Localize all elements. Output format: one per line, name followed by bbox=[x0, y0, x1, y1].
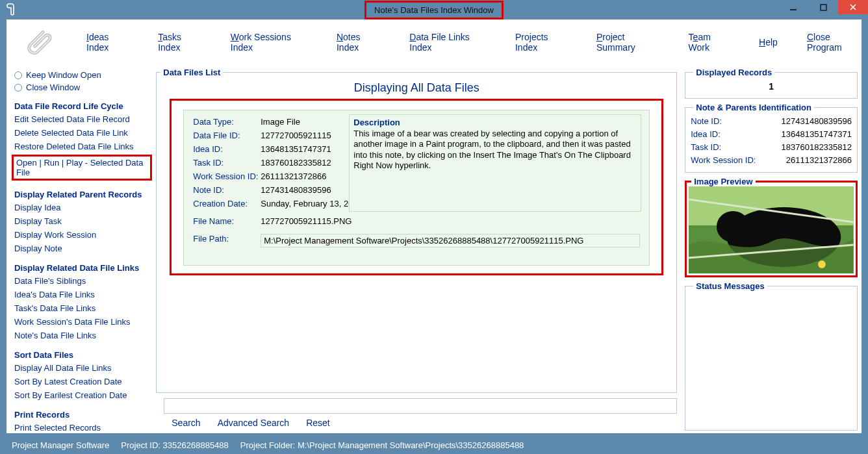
search-link[interactable]: Search bbox=[172, 418, 200, 428]
value-file-path: M:\Project Management Software\Projects\… bbox=[261, 234, 640, 247]
label-description: Description bbox=[353, 118, 637, 127]
image-preview-group: Image Preview bbox=[685, 177, 858, 277]
svg-point-7 bbox=[717, 211, 750, 242]
link-restore-links[interactable]: Restore Deleted Data File Links bbox=[14, 141, 149, 152]
link-siblings[interactable]: Data File's Siblings bbox=[14, 275, 149, 286]
sidebar: Keep Window Open Close Window Data File … bbox=[10, 68, 152, 431]
label-ws-id: Work Session ID: bbox=[193, 171, 261, 181]
titlebar: Note's Data Files Index Window bbox=[0, 0, 868, 19]
status-project-folder: Project Folder: M:\Project Management So… bbox=[240, 440, 524, 450]
link-display-note[interactable]: Display Note bbox=[14, 243, 149, 254]
data-files-list-legend: Data Files List bbox=[160, 68, 223, 77]
menu-team-work[interactable]: Team Work bbox=[689, 32, 730, 53]
maximize-button[interactable] bbox=[808, 0, 838, 14]
label-data-type: Data Type: bbox=[193, 117, 261, 127]
radio-close-window[interactable]: Close Window bbox=[14, 82, 149, 92]
ids-group: Note & Parents Identification Note ID:12… bbox=[685, 103, 858, 173]
ids-group-label: Note & Parents Identification bbox=[693, 103, 814, 112]
record-card[interactable]: Data Type: Image File Data File ID: 1277… bbox=[183, 110, 650, 266]
link-display-idea[interactable]: Display Idea bbox=[14, 202, 149, 213]
main-menu: Ideas Index Tasks Index Work Sessions In… bbox=[6, 19, 862, 65]
value-task-id-r: 183760182335812 bbox=[760, 142, 852, 152]
menu-help[interactable]: Help bbox=[759, 37, 778, 47]
main-content: Data Files List Displaying All Data File… bbox=[156, 68, 681, 431]
statusbar: Project Manager Software Project ID: 335… bbox=[0, 436, 868, 454]
value-description: This image of a bear was created by sele… bbox=[353, 129, 637, 171]
reset-link[interactable]: Reset bbox=[306, 418, 330, 428]
link-print-selected[interactable]: Print Selected Records bbox=[14, 422, 149, 433]
label-note-id-r: Note ID: bbox=[691, 116, 760, 126]
search-area: Search Advanced Search Reset bbox=[164, 398, 677, 428]
label-idea-id-r: Idea ID: bbox=[691, 129, 760, 139]
label-creation-date: Creation Date: bbox=[193, 199, 261, 208]
search-input[interactable] bbox=[164, 398, 677, 414]
value-note-id-r: 127431480839596 bbox=[760, 116, 852, 126]
link-delete-link[interactable]: Delete Selected Data File Link bbox=[14, 127, 149, 138]
list-heading: Displaying All Data Files bbox=[157, 81, 676, 95]
value-file-name: 127727005921115.PNG bbox=[261, 216, 351, 226]
menu-tasks-index[interactable]: Tasks Index bbox=[158, 32, 201, 53]
svg-rect-1 bbox=[821, 5, 826, 10]
link-display-work-session[interactable]: Display Work Session bbox=[14, 229, 149, 240]
radio-keep-window-open[interactable]: Keep Window Open bbox=[14, 70, 149, 80]
minimize-button[interactable] bbox=[778, 0, 808, 14]
section-sort: Sort Data Files bbox=[14, 350, 149, 360]
label-file-name: File Name: bbox=[193, 216, 261, 226]
link-notes-links[interactable]: Note's Data File Links bbox=[14, 330, 149, 341]
status-messages-group: Status Messages bbox=[685, 281, 858, 431]
link-tasks-links[interactable]: Task's Data File Links bbox=[14, 303, 149, 314]
section-lifecycle: Data File Record Life Cycle bbox=[14, 101, 149, 111]
advanced-search-link[interactable]: Advanced Search bbox=[218, 418, 290, 428]
label-data-file-id: Data File ID: bbox=[193, 131, 261, 140]
menu-work-sessions-index[interactable]: Work Sessions Index bbox=[231, 32, 307, 53]
link-sort-latest[interactable]: Sort By Latest Creation Date bbox=[14, 376, 149, 387]
menu-ideas-index[interactable]: Ideas Index bbox=[86, 32, 129, 53]
value-note-id: 127431480839596 bbox=[261, 185, 331, 195]
displayed-records-label: Displayed Records bbox=[693, 68, 774, 77]
menu-notes-index[interactable]: Notes Index bbox=[337, 32, 380, 53]
section-print: Print Records bbox=[14, 410, 149, 420]
status-app-name: Project Manager Software bbox=[12, 440, 109, 450]
label-task-id-r: Task ID: bbox=[691, 142, 760, 152]
value-data-file-id: 127727005921115 bbox=[261, 131, 331, 140]
displayed-records-count: 1 bbox=[691, 81, 852, 94]
close-button[interactable] bbox=[838, 0, 868, 14]
right-column: Displayed Records 1 Note & Parents Ident… bbox=[685, 68, 858, 431]
app-window: Note's Data Files Index Window Idea bbox=[0, 0, 868, 454]
status-project-id: Project ID: 33526268885488 bbox=[121, 440, 229, 450]
label-file-path: File Path: bbox=[193, 234, 261, 247]
value-idea-id-r: 136481351747371 bbox=[760, 129, 852, 139]
label-task-id: Task ID: bbox=[193, 158, 261, 168]
link-sort-earliest[interactable]: Sort By Earilest Creation Date bbox=[14, 390, 149, 401]
displayed-records-group: Displayed Records 1 bbox=[685, 68, 858, 99]
selected-record-frame: Data Type: Image File Data File ID: 1277… bbox=[170, 99, 663, 275]
value-data-type: Image File bbox=[261, 117, 300, 127]
svg-point-10 bbox=[818, 260, 826, 268]
link-ws-links[interactable]: Work Session's Data File Links bbox=[14, 316, 149, 327]
link-display-all[interactable]: Display All Data File Links bbox=[14, 362, 149, 373]
section-parents: Display Related Parent Records bbox=[14, 190, 149, 199]
data-files-list-group: Data Files List Displaying All Data File… bbox=[156, 68, 677, 393]
link-display-task[interactable]: Display Task bbox=[14, 216, 149, 227]
link-edit-record[interactable]: Edit Selected Data File Record bbox=[14, 114, 149, 125]
paperclip-icon bbox=[25, 26, 57, 58]
label-idea-id: Idea ID: bbox=[193, 144, 261, 154]
link-open-run-play[interactable]: Open | Run | Play - Selected Data File bbox=[12, 155, 152, 181]
value-ws-id-r: 26111321372866 bbox=[760, 155, 852, 165]
client-area: Ideas Index Tasks Index Work Sessions In… bbox=[6, 19, 862, 433]
value-task-id: 183760182335812 bbox=[261, 158, 331, 168]
label-note-id: Note ID: bbox=[193, 185, 261, 195]
menu-project-summary[interactable]: Project Summary bbox=[596, 32, 659, 53]
window-title: Note's Data Files Index Window bbox=[364, 1, 504, 19]
value-idea-id: 136481351747371 bbox=[261, 144, 331, 154]
image-preview-label: Image Preview bbox=[691, 177, 755, 186]
label-ws-id-r: Work Session ID: bbox=[691, 155, 760, 165]
link-ideas-links[interactable]: Idea's Data File Links bbox=[14, 289, 149, 300]
menu-data-file-links-index[interactable]: Data File Links Index bbox=[409, 32, 486, 53]
image-preview bbox=[689, 186, 854, 273]
status-messages-label: Status Messages bbox=[693, 281, 767, 291]
menu-projects-index[interactable]: Projects Index bbox=[515, 32, 567, 53]
description-box: Description This image of a bear was cre… bbox=[349, 114, 641, 212]
menu-close-program[interactable]: Close Program bbox=[807, 32, 862, 53]
value-ws-id: 26111321372866 bbox=[261, 171, 326, 181]
